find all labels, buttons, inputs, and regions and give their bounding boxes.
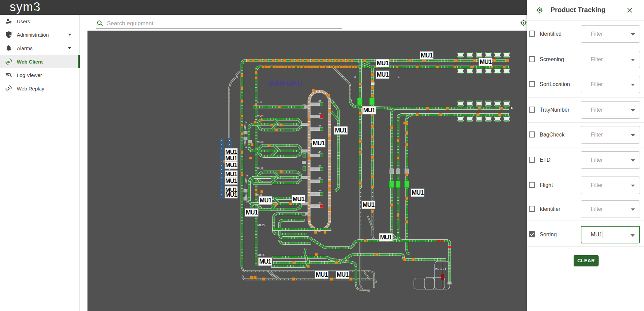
svg-text:MUA: MUA xyxy=(257,253,265,257)
svg-text:L17: L17 xyxy=(318,112,321,114)
svg-text:MU3: MU3 xyxy=(257,140,263,144)
svg-text:MU1: MU1 xyxy=(421,52,433,59)
svg-text:MU2: MU2 xyxy=(257,166,263,170)
svg-text:MU1: MU1 xyxy=(380,234,392,241)
svg-text:M.I.T: M.I.T xyxy=(435,267,447,271)
svg-text:MU1: MU1 xyxy=(377,71,389,78)
svg-text:MU4: MU4 xyxy=(257,114,264,117)
svg-text:MU1: MU1 xyxy=(225,191,237,198)
svg-text:L14: L14 xyxy=(318,151,321,153)
svg-text:MU1: MU1 xyxy=(259,197,272,204)
svg-text:MU1: MU1 xyxy=(225,171,237,178)
svg-text:MU1: MU1 xyxy=(225,178,237,184)
svg-text:MU1: MU1 xyxy=(259,258,271,265)
svg-text:1: 1 xyxy=(398,75,400,78)
svg-text:MU1: MU1 xyxy=(313,140,325,147)
svg-text:DAIFUKU: DAIFUKU xyxy=(269,79,302,87)
svg-text:MU1: MU1 xyxy=(377,60,389,67)
svg-text:L12: L12 xyxy=(318,177,321,179)
svg-text:L13: L13 xyxy=(318,165,321,167)
svg-text:L16: L16 xyxy=(318,125,321,127)
svg-text:MU1: MU1 xyxy=(292,196,305,202)
svg-text:MU1: MU1 xyxy=(479,59,492,65)
svg-text:L11: L11 xyxy=(318,190,321,192)
svg-text:MUB: MUB xyxy=(257,223,265,227)
svg-text:MU1: MU1 xyxy=(225,162,237,168)
svg-text:MU1: MU1 xyxy=(246,209,258,216)
svg-text:MU1: MU1 xyxy=(363,107,375,114)
svg-text:L10: L10 xyxy=(318,202,321,204)
svg-text:MU1: MU1 xyxy=(256,193,263,197)
svg-text:MU1: MU1 xyxy=(316,271,328,278)
svg-text:3D: 3D xyxy=(6,60,10,64)
svg-text:MU1: MU1 xyxy=(412,189,424,196)
svg-text:L18: L18 xyxy=(318,100,321,102)
svg-text:L 1: L 1 xyxy=(257,100,262,104)
svg-text:MU1: MU1 xyxy=(225,149,237,155)
svg-text:MU1: MU1 xyxy=(336,271,349,278)
svg-text:MU1: MU1 xyxy=(225,155,237,162)
svg-text:2: 2 xyxy=(354,75,356,78)
svg-text:MU1: MU1 xyxy=(362,201,374,208)
svg-text:MU1: MU1 xyxy=(335,127,347,134)
